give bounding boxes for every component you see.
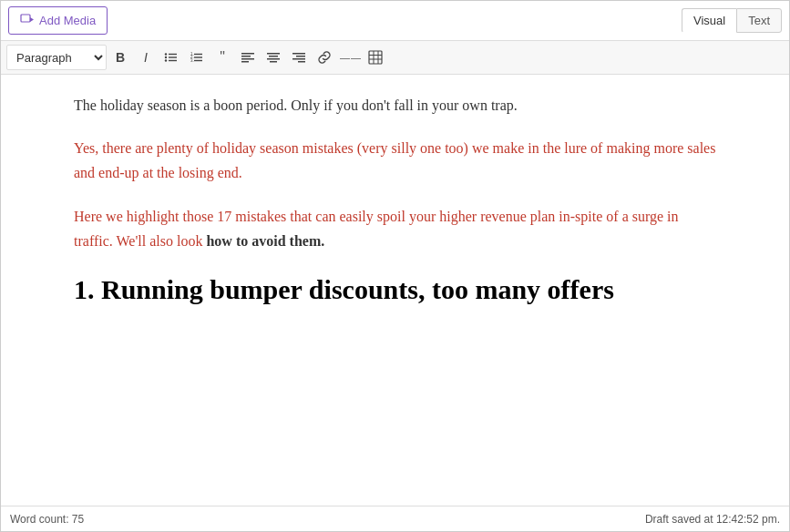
svg-rect-18: [267, 53, 280, 55]
svg-rect-14: [241, 53, 254, 55]
draft-status: Draft saved at 12:42:52 pm.: [645, 513, 780, 526]
svg-rect-25: [298, 61, 305, 63]
editor-content[interactable]: The holiday season is a boon period. Onl…: [1, 75, 789, 506]
svg-rect-22: [292, 53, 305, 55]
svg-rect-16: [241, 58, 254, 60]
svg-rect-24: [292, 58, 305, 60]
paragraph-2: Yes, there are plenty of holiday season …: [74, 136, 716, 185]
add-media-icon: [20, 12, 35, 29]
svg-rect-13: [194, 60, 202, 61]
svg-rect-0: [21, 15, 30, 22]
table-button[interactable]: [364, 46, 387, 69]
svg-rect-9: [194, 54, 202, 55]
svg-rect-17: [241, 61, 249, 63]
word-count-value: 75: [72, 513, 84, 526]
align-center-button[interactable]: [262, 46, 285, 69]
top-bar: Add Media Visual Text: [1, 1, 789, 41]
align-right-button[interactable]: [287, 46, 311, 69]
svg-rect-26: [369, 51, 382, 64]
svg-rect-7: [169, 60, 177, 61]
ul-button[interactable]: [159, 46, 183, 69]
editor-toolbar: Paragraph B I 1. 2. 3.: [1, 41, 789, 75]
italic-button[interactable]: I: [134, 46, 158, 69]
tab-text[interactable]: Text: [736, 8, 782, 33]
svg-rect-15: [241, 56, 251, 57]
align-left-button[interactable]: [236, 46, 260, 69]
svg-rect-23: [296, 56, 305, 57]
add-media-label: Add Media: [39, 14, 96, 27]
paragraph-1: The holiday season is a boon period. Onl…: [74, 93, 716, 118]
add-media-button[interactable]: Add Media: [8, 6, 108, 35]
ol-button[interactable]: 1. 2. 3.: [185, 46, 209, 69]
blockquote-button[interactable]: ": [210, 46, 234, 69]
svg-rect-5: [169, 56, 177, 57]
heading-1: 1. Running bumper discounts, too many of…: [74, 271, 716, 307]
paragraph-select[interactable]: Paragraph: [6, 45, 107, 70]
svg-rect-21: [270, 61, 277, 63]
word-count: Word count: 75: [10, 513, 84, 526]
svg-rect-11: [194, 56, 202, 57]
svg-point-4: [165, 56, 167, 58]
svg-rect-19: [269, 56, 278, 57]
svg-point-2: [165, 53, 167, 55]
more-button[interactable]: — —: [338, 46, 362, 69]
svg-text:3.: 3.: [190, 58, 194, 63]
svg-rect-20: [267, 58, 280, 60]
svg-rect-3: [169, 54, 177, 55]
bold-button[interactable]: B: [108, 46, 132, 69]
view-tabs: Visual Text: [682, 8, 782, 33]
paragraph-3-text: Here we highlight those 17 mistakes that…: [74, 209, 679, 249]
tab-visual[interactable]: Visual: [682, 8, 736, 33]
status-bar: Word count: 75 Draft saved at 12:42:52 p…: [1, 506, 789, 531]
paragraph-3-bold: how to avoid them.: [206, 233, 324, 249]
svg-point-6: [165, 59, 167, 61]
svg-marker-1: [30, 17, 34, 22]
paragraph-3: Here we highlight those 17 mistakes that…: [74, 204, 716, 253]
editor-wrapper: Add Media Visual Text Paragraph B I: [0, 0, 790, 532]
link-button[interactable]: [313, 46, 336, 69]
word-count-label: Word count:: [10, 513, 68, 526]
